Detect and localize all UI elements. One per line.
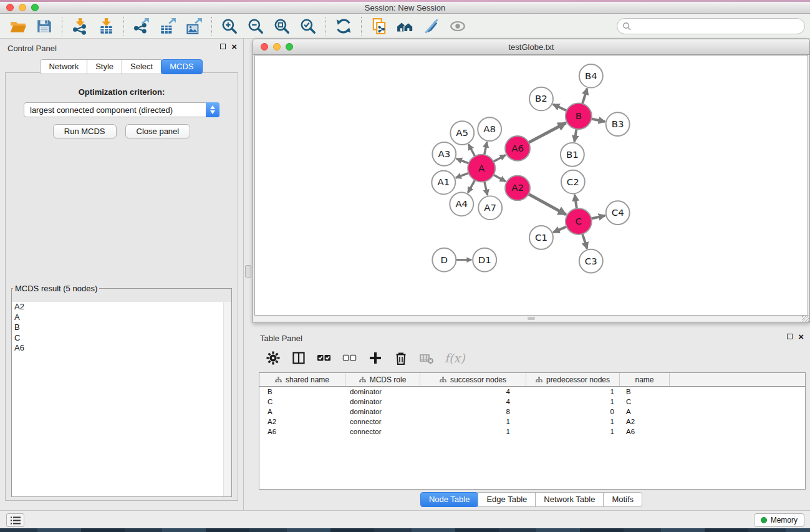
zoom-out-icon[interactable] [247, 17, 264, 35]
close-panel-button[interactable]: Close panel [125, 124, 191, 138]
network-window-titlebar[interactable]: testGlobe.txt [253, 39, 809, 55]
scrollbar-thumb[interactable] [528, 317, 535, 320]
open-session-icon[interactable] [9, 17, 27, 35]
export-image-icon[interactable] [185, 17, 203, 35]
tab-motifs[interactable]: Motifs [603, 492, 642, 507]
graph-edge-C-C2[interactable] [575, 195, 577, 208]
network-canvas[interactable]: B4B2BB3A5A8A6B1A3AC2A1A2A4A7C4CC1DD1C3 [254, 55, 808, 316]
column-header-successor-nodes[interactable]: successor nodes [420, 373, 526, 386]
table-cell: 1 [526, 418, 620, 425]
graph-edge-A-A7[interactable] [485, 181, 488, 195]
tab-mcds[interactable]: MCDS [161, 59, 202, 74]
node-table: shared name MCDS role successor nodes pr… [259, 372, 806, 490]
table-row[interactable]: A6connector11A6 [259, 427, 805, 437]
result-item[interactable]: C [12, 333, 231, 344]
search-input[interactable] [631, 20, 804, 32]
function-builder-icon[interactable]: f(x) [445, 351, 465, 365]
mcds-tab-content: Optimization criterion: largest connecte… [5, 72, 238, 501]
network-graph[interactable]: B4B2BB3A5A8A6B1A3AC2A1A2A4A7C4CC1DD1C3 [255, 56, 808, 315]
zoom-fit-icon[interactable] [273, 17, 291, 35]
column-header-predecessor-nodes[interactable]: predecessor nodes [526, 373, 620, 386]
float-panel-icon[interactable] [220, 44, 226, 49]
graph-edge-A-A4[interactable] [468, 180, 475, 193]
tab-style[interactable]: Style [87, 59, 122, 74]
table-row[interactable]: Adominator80A [259, 407, 805, 417]
tab-select[interactable]: Select [122, 59, 162, 74]
result-scrollbar[interactable] [223, 302, 231, 496]
network-horizontal-scrollbar[interactable] [254, 316, 808, 321]
toolbar-separator [62, 17, 62, 36]
graph-node-label-C2: C2 [567, 177, 579, 188]
criterion-dropdown[interactable]: largest connected component (directed) [24, 102, 219, 117]
graph-edge-A2-C[interactable] [529, 194, 566, 215]
graph-edge-C-C3[interactable] [582, 234, 587, 249]
window-resize-grip[interactable] [802, 315, 809, 322]
select-all-icon[interactable] [317, 351, 332, 365]
result-item[interactable]: A6 [12, 343, 231, 354]
tab-network-table[interactable]: Network Table [535, 492, 604, 507]
save-session-icon[interactable] [36, 17, 53, 35]
tab-network[interactable]: Network [40, 59, 87, 74]
refresh-network-icon[interactable] [335, 17, 352, 35]
result-item[interactable]: B [12, 322, 231, 333]
search-icon [622, 22, 631, 31]
graph-edge-B-B4[interactable] [582, 89, 587, 104]
table-cell: 1 [526, 398, 620, 405]
import-table-icon[interactable] [97, 17, 115, 35]
criterion-selected-value: largest connected component (directed) [24, 105, 219, 115]
table-row[interactable]: Cdominator41C [259, 397, 805, 407]
graph-edge-B-B3[interactable] [591, 119, 605, 122]
table-options-gear-icon[interactable] [266, 351, 281, 365]
new-network-from-selection-icon[interactable] [370, 17, 388, 35]
search-box[interactable] [617, 18, 805, 34]
graph-node-label-C1: C1 [535, 232, 547, 243]
add-row-plus-icon[interactable] [368, 351, 383, 365]
hide-graphics-details-icon[interactable] [423, 17, 440, 35]
export-network-icon[interactable] [133, 17, 150, 35]
task-history-button[interactable] [6, 513, 24, 527]
table-row[interactable]: A2connector11A2 [259, 417, 805, 427]
delete-rows-trash-icon[interactable] [393, 351, 408, 365]
deselect-all-icon[interactable] [342, 351, 357, 365]
close-panel-icon[interactable]: × [231, 44, 237, 49]
result-item[interactable]: A [12, 312, 231, 323]
graph-edge-A-A8[interactable] [485, 142, 487, 155]
table-cell: 4 [420, 388, 526, 395]
graph-edge-A6-B[interactable] [529, 123, 566, 143]
result-item[interactable]: A2 [12, 302, 231, 312]
column-header-mcds-role[interactable]: MCDS role [345, 373, 420, 386]
zoom-in-icon[interactable] [221, 17, 238, 35]
run-mcds-button[interactable]: Run MCDS [53, 124, 117, 138]
show-graphics-details-eye-icon[interactable] [449, 17, 466, 35]
table-row[interactable]: Bdominator41B [259, 387, 805, 397]
graph-node-label-A5: A5 [456, 127, 468, 138]
column-header-shared-name[interactable]: shared name [259, 373, 345, 386]
graph-node-label-B1: B1 [566, 149, 579, 160]
graph-edge-B-B1[interactable] [574, 129, 576, 142]
graph-edge-C-C1[interactable] [553, 226, 566, 232]
graph-edge-C-C4[interactable] [591, 216, 605, 219]
graph-edge-A-A3[interactable] [456, 158, 469, 163]
tab-node-table[interactable]: Node Table [420, 492, 479, 507]
column-type-icon [536, 377, 542, 383]
float-table-panel-icon[interactable] [787, 334, 793, 339]
graph-edge-A-A2[interactable] [493, 175, 505, 181]
table-cell: dominator [345, 398, 420, 405]
graph-edge-A-A1[interactable] [456, 173, 469, 178]
first-neighbors-icon[interactable] [397, 17, 414, 35]
tab-edge-table[interactable]: Edge Table [478, 492, 536, 507]
export-table-icon[interactable] [159, 17, 176, 35]
show-columns-icon[interactable] [291, 351, 306, 365]
graph-node-label-A8: A8 [483, 123, 496, 135]
graph-edge-B-B2[interactable] [553, 104, 567, 110]
column-header-name[interactable]: name [620, 373, 670, 386]
close-table-panel-icon[interactable]: × [798, 334, 804, 339]
panel-splitter-handle[interactable] [245, 265, 251, 278]
graph-edge-A-A6[interactable] [493, 155, 505, 162]
delete-table-icon[interactable] [419, 351, 434, 365]
import-network-icon[interactable] [71, 17, 89, 35]
graph-edge-A-A5[interactable] [468, 144, 475, 156]
network-title: testGlobe.txt [253, 42, 809, 52]
memory-button[interactable]: Memory [754, 513, 804, 527]
zoom-selected-icon[interactable] [299, 17, 317, 35]
